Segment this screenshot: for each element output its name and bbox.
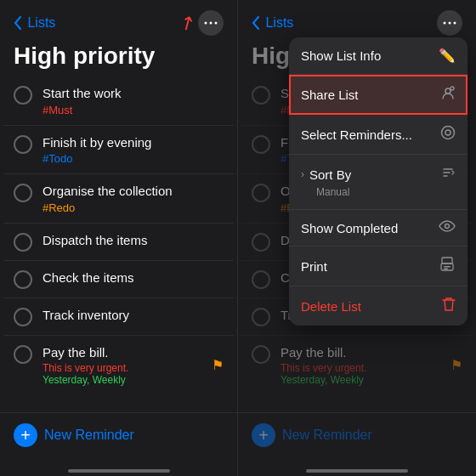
list-item: Pay the bill. This is very urgent. Yeste… [241, 336, 473, 395]
reminder-content: Finish it by evening #Todo [42, 134, 224, 166]
flag-icon: ⚑ [450, 357, 462, 373]
reminder-circle [252, 345, 270, 364]
reminder-circle[interactable] [14, 184, 32, 202]
svg-rect-12 [442, 258, 452, 264]
left-nav-bar: Lists [0, 0, 237, 39]
menu-item-show-completed-label: Show Completed [301, 221, 398, 235]
reminder-tag: #Todo [42, 152, 224, 165]
left-panel-title: High priority [0, 39, 237, 76]
menu-item-delete-list-label: Delete List [301, 299, 361, 314]
eye-icon [439, 220, 456, 235]
svg-point-10 [445, 130, 450, 135]
right-more-button[interactable] [437, 10, 462, 36]
reminder-tag: #Redo [42, 201, 224, 214]
printer-icon [439, 257, 456, 275]
svg-point-9 [442, 127, 455, 139]
reminder-circle [252, 308, 270, 326]
reminder-content: Pay the bill. This is very urgent. Yeste… [42, 344, 205, 387]
new-reminder-label: New Reminder [44, 428, 134, 443]
share-icon [440, 85, 456, 104]
menu-item-share-list[interactable]: Share List [289, 75, 468, 115]
flag-icon: ⚑ [212, 357, 224, 373]
reminder-title: Dispatch the items [42, 232, 224, 249]
menu-item-select-reminders-label: Select Reminders... [301, 128, 412, 142]
reminder-circle[interactable] [14, 345, 32, 364]
reminder-title: Track inventory [42, 307, 224, 324]
pencil-icon: ✏️ [439, 48, 456, 64]
menu-item-share-list-label: Share List [301, 88, 359, 102]
reminder-circle[interactable] [14, 86, 32, 105]
reminder-circle [252, 270, 270, 289]
svg-point-3 [444, 22, 446, 25]
right-nav-bar: Lists [238, 0, 476, 39]
right-new-reminder-button: + New Reminder [252, 423, 462, 447]
menu-item-sort-by-sublabel: Manual [316, 186, 349, 198]
left-more-button[interactable] [198, 10, 224, 36]
home-indicator [0, 464, 237, 476]
reminder-circle [252, 233, 270, 252]
menu-item-sort-by-label: Sort By [309, 167, 351, 182]
menu-item-delete-list[interactable]: Delete List [289, 286, 468, 326]
svg-point-6 [445, 88, 450, 94]
svg-point-2 [215, 22, 218, 25]
reminder-title: Start the work [42, 85, 224, 102]
home-bar [68, 469, 170, 473]
left-panel: Lists ↗ High priority Start the work #Mu… [0, 0, 238, 476]
reminder-content: Start the work #Must [42, 85, 224, 116]
reminder-title: Finish it by evening [42, 134, 224, 151]
left-back-button[interactable]: Lists [14, 15, 55, 31]
reminder-content: Organise the collection #Redo [42, 183, 224, 214]
svg-point-11 [445, 224, 450, 229]
reminder-circle[interactable] [14, 135, 32, 154]
menu-item-select-reminders[interactable]: Select Reminders... [289, 115, 468, 155]
reminder-title: Pay the bill. [42, 344, 205, 361]
menu-item-show-list-info-label: Show List Info [301, 48, 381, 63]
list-item[interactable]: Finish it by evening #Todo [3, 126, 234, 175]
reminder-circle[interactable] [14, 308, 32, 326]
svg-point-1 [210, 22, 212, 25]
reminder-circle[interactable] [14, 233, 32, 252]
svg-point-5 [454, 22, 456, 25]
svg-point-4 [449, 22, 451, 25]
reminder-tag: #Must [42, 104, 224, 116]
urgent-text: This is very urgent. [280, 362, 444, 374]
reminder-content: Track inventory [42, 307, 224, 324]
chevron-right-icon: › [301, 168, 304, 180]
schedule-text: Yesterday, Weekly [280, 374, 444, 386]
left-back-label: Lists [27, 15, 55, 31]
list-item[interactable]: Check the items [3, 261, 234, 298]
circle-check-icon [440, 125, 456, 144]
right-bottom-bar: + New Reminder [238, 412, 476, 464]
menu-item-sort-by[interactable]: › Sort By Manual [289, 155, 468, 210]
trash-icon [442, 297, 456, 315]
right-panel: Lists High prio Start the w... #Must Fin… [238, 0, 476, 476]
right-back-label: Lists [265, 15, 293, 31]
menu-item-show-list-info[interactable]: Show List Info ✏️ [289, 37, 468, 75]
list-item[interactable]: Pay the bill. This is very urgent. Yeste… [3, 336, 234, 395]
reminder-title: Pay the bill. [280, 344, 444, 361]
reminder-circle[interactable] [14, 270, 32, 289]
new-reminder-button[interactable]: + New Reminder [14, 423, 224, 447]
right-new-reminder-label: New Reminder [282, 428, 372, 443]
left-bottom-bar: + New Reminder [0, 412, 237, 464]
right-home-indicator [238, 464, 476, 476]
svg-rect-15 [444, 269, 448, 270]
svg-point-0 [205, 22, 207, 25]
reminder-content: Check the items [42, 269, 224, 286]
svg-rect-14 [444, 266, 450, 268]
context-menu: Show List Info ✏️ Share List Select Remi… [289, 37, 468, 326]
list-item[interactable]: Dispatch the items [3, 224, 234, 261]
list-item[interactable]: Track inventory [3, 298, 234, 336]
left-reminder-list: Start the work #Must Finish it by evenin… [0, 76, 237, 412]
schedule-text: Yesterday, Weekly [42, 374, 205, 386]
reminder-circle [252, 184, 270, 202]
list-item[interactable]: Start the work #Must [3, 76, 234, 126]
right-back-button[interactable]: Lists [252, 15, 293, 31]
menu-item-print[interactable]: Print [289, 246, 468, 286]
list-item[interactable]: Organise the collection #Redo [3, 174, 234, 224]
reminder-circle [252, 135, 270, 154]
menu-item-print-label: Print [301, 259, 327, 274]
menu-item-show-completed[interactable]: Show Completed [289, 210, 468, 246]
reminder-title: Check the items [42, 269, 224, 286]
plus-circle-icon: + [14, 423, 37, 447]
